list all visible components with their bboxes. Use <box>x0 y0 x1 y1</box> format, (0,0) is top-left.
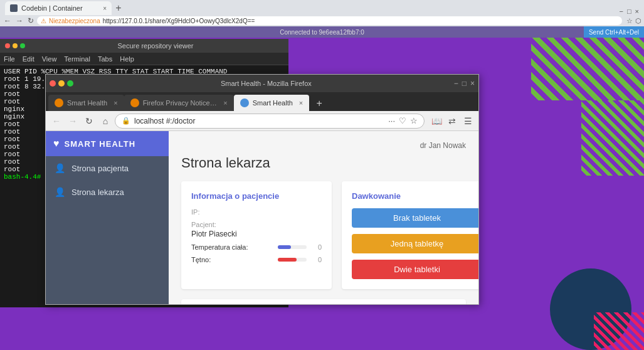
ff-tab-smart-health-active[interactable]: Smart Health × <box>234 95 310 111</box>
ff-new-tab-btn[interactable]: + <box>312 96 327 111</box>
ff-extra-dots[interactable]: ··· <box>388 116 395 125</box>
app-container: ♥ SMART HEALTH 👤 Strona pacjenta 👤 Stron… <box>46 131 478 304</box>
bookmark-icon[interactable]: ☆ <box>626 17 633 25</box>
active-tab[interactable]: Codebin | Container × <box>5 1 112 15</box>
win-maximize-btn[interactable]: □ <box>627 8 631 15</box>
win-minimize-btn[interactable]: − <box>619 8 623 15</box>
temp-label: Temperatura ciała: <box>191 243 273 251</box>
dosage-buttons: Brak tabletek Jedną tabletkę Dwie tablet… <box>352 208 478 279</box>
chrome-toolbar: ← → ↻ ⚠ Niezabezpieczona https://127.0.0… <box>0 15 644 26</box>
ff-tab-1-close[interactable]: × <box>113 99 117 107</box>
ff-url: localhost #:/doctor <box>134 117 381 125</box>
pulse-label: Tętno: <box>191 256 273 263</box>
ff-minimize-icon[interactable]: − <box>454 79 458 88</box>
connected-text: Connected to 9e6eea12fbb7:0 <box>280 29 364 36</box>
sidebar-patient-label: Strona pacjenta <box>71 164 129 173</box>
ff-tab-smart-health-1[interactable]: Smart Health × <box>48 95 124 111</box>
ff-min-btn[interactable] <box>58 80 65 87</box>
ff-tab-privacy[interactable]: Firefox Privacy Notice — M... × <box>124 95 234 111</box>
temp-bar-container <box>278 245 307 249</box>
terminal-close-btn[interactable] <box>5 43 10 48</box>
firefox-tab-bar: Smart Health × Firefox Privacy Notice — … <box>46 92 478 111</box>
url-text: https://127.0.0.1/share/Xg9HdclO+OowyQ3d… <box>103 18 255 24</box>
back-btn[interactable]: ← <box>3 16 13 25</box>
temp-value: 0 <box>312 243 322 251</box>
patient-name-field: Pacjent: Piotr Piasecki <box>191 221 322 238</box>
sidebar-item-patient[interactable]: 👤 Strona pacjenta <box>46 156 169 180</box>
logo-text: SMART HEALTH <box>65 139 136 149</box>
terminal-max-btn[interactable] <box>20 43 25 48</box>
chrome-browser-bar: Codebin | Container × + − □ × ← → ↻ ⚠ Ni… <box>0 0 644 26</box>
ff-toolbar-right: 📖 ⇄ ☰ <box>430 114 475 128</box>
patient-card-title: Informacja o pacjencie <box>191 191 322 201</box>
tab-close-btn[interactable]: × <box>103 5 107 12</box>
sidebar-item-doctor[interactable]: 👤 Strona lekarza <box>46 180 169 204</box>
temp-bar <box>278 245 291 249</box>
page-title: Strona lekarza <box>181 155 466 171</box>
ff-address-bar[interactable]: 🔒 localhost #:/doctor ··· ♡ ☆ <box>115 114 425 129</box>
patient-name-label: Pacjent: <box>191 221 322 228</box>
menu-help[interactable]: Help <box>120 55 134 63</box>
ff-max-btn[interactable] <box>67 80 73 87</box>
ff-reload-btn[interactable]: ↻ <box>82 114 96 128</box>
bg-decoration-stripes-bottom <box>594 312 644 350</box>
new-tab-btn[interactable]: + <box>112 1 125 15</box>
ff-window-controls <box>50 80 73 87</box>
connected-bar: Connected to 9e6eea12fbb7:0 Send Ctrl+Al… <box>0 26 644 38</box>
ff-home-btn[interactable]: ⌂ <box>98 114 112 128</box>
win-close-btn[interactable]: × <box>635 8 639 15</box>
cards-row: Informacja o pacjencie IP: Pacjent: Piot… <box>181 181 466 289</box>
dosage-card-title: Dawkowanie <box>352 191 478 201</box>
ff-sync-btn[interactable]: ⇄ <box>445 114 459 128</box>
firefox-titlebar: Smart Health - Mozilla Firefox − □ × <box>46 75 478 92</box>
ff-window-title: Smart Health - Mozilla Firefox <box>81 80 451 87</box>
ff-address-extras: ··· ♡ ☆ <box>384 116 418 125</box>
no-tablets-btn[interactable]: Brak tabletek <box>352 208 478 228</box>
ff-close-icon[interactable]: × <box>470 79 475 88</box>
one-tablet-btn[interactable]: Jedną tabletkę <box>352 234 478 253</box>
forward-btn[interactable]: → <box>14 16 24 25</box>
ff-reading-mode-btn[interactable]: 📖 <box>430 114 443 128</box>
menu-terminal[interactable]: Terminal <box>64 55 90 63</box>
temperature-row: Temperatura ciała: 0 <box>191 243 322 251</box>
patient-info-card: Informacja o pacjencie IP: Pacjent: Piot… <box>181 181 332 289</box>
bg-decoration-green <box>581 100 644 176</box>
ff-right-btns: − □ × <box>454 79 475 88</box>
terminal-min-btn[interactable] <box>13 43 18 48</box>
main-content: dr Jan Nowak Strona lekarza Informacja o… <box>169 131 478 304</box>
ff-bookmark-icon[interactable]: ♡ <box>399 116 406 125</box>
chart-section: Wykres funkcji życiowych <box>181 299 466 304</box>
reload-btn[interactable]: ↻ <box>26 16 35 25</box>
sidebar-patient-icon: 👤 <box>55 163 65 173</box>
tab-label: Codebin | Container <box>21 4 83 12</box>
logo-heart-icon: ♥ <box>53 138 60 149</box>
ff-tab-2-close[interactable]: × <box>223 99 227 107</box>
pulse-bar-container <box>278 258 307 262</box>
ff-tab-3-close[interactable]: × <box>299 99 303 107</box>
terminal-titlebar: Secure repository viewer <box>0 39 288 53</box>
ip-label: IP: <box>191 208 322 216</box>
pulse-value: 0 <box>312 256 322 263</box>
ff-forward-btn[interactable]: → <box>66 114 80 128</box>
ff-close-btn[interactable] <box>50 80 56 87</box>
ff-back-btn[interactable]: ← <box>50 114 63 128</box>
sidebar-doctor-label: Strona lekarza <box>71 188 124 197</box>
ff-restore-icon[interactable]: □ <box>462 79 467 88</box>
dosage-card: Dawkowanie Brak tabletek Jedną tabletkę … <box>342 181 478 289</box>
extensions-icon[interactable]: ⬡ <box>635 17 641 25</box>
pulse-row: Tętno: 0 <box>191 256 322 263</box>
ff-menu-btn[interactable]: ☰ <box>461 114 475 128</box>
ff-tab-1-icon <box>55 98 63 107</box>
two-tablets-btn[interactable]: Dwie tabletki <box>352 260 478 279</box>
menu-view[interactable]: View <box>42 55 57 63</box>
ip-field: IP: <box>191 208 322 216</box>
menu-edit[interactable]: Edit <box>23 55 34 63</box>
pulse-bar <box>278 258 297 262</box>
send-ctrl-alt-del-btn[interactable]: Send Ctrl+Alt+Del <box>584 26 644 38</box>
address-bar[interactable]: ⚠ Niezabezpieczona https://127.0.0.1/sha… <box>37 16 622 25</box>
menu-file[interactable]: File <box>4 55 15 63</box>
ff-tab-3-icon <box>240 98 249 107</box>
ff-star-icon[interactable]: ☆ <box>410 116 418 125</box>
ff-tab-2-icon <box>130 98 139 107</box>
menu-tabs[interactable]: Tabs <box>98 55 112 63</box>
